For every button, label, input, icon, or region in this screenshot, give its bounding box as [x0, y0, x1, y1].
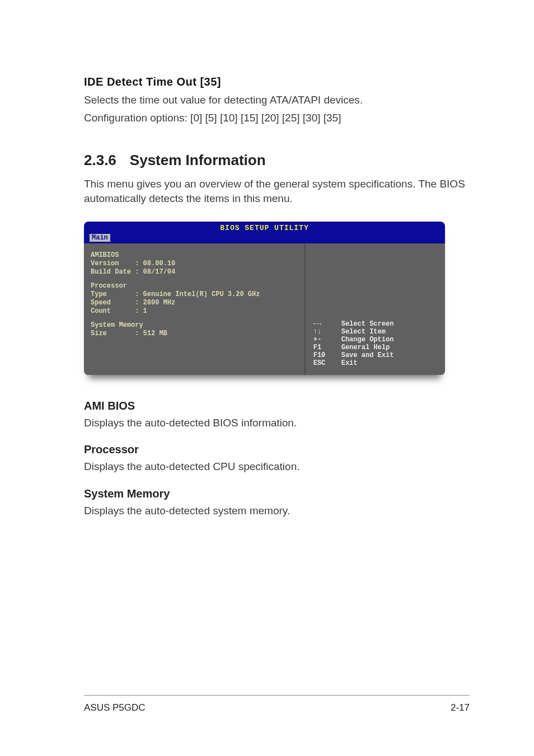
processor-count: Count : 1 [91, 307, 299, 316]
nav-key-f10: F10 [313, 351, 336, 359]
page-footer: ASUS P5GDC 2-17 [84, 695, 470, 713]
nav-label-select-item: Select Item [341, 328, 386, 336]
bios-version: Version : 08.00.10 [91, 260, 299, 268]
system-information-heading: 2.3.6 System Information [84, 152, 470, 169]
ami-bios-heading: AMI BIOS [84, 400, 470, 412]
bios-build-date: Build Date : 08/17/04 [91, 268, 299, 276]
ide-detect-text-2: Configuration options: [0] [5] [10] [15]… [84, 111, 470, 125]
nav-label-select-screen: Select Screen [341, 320, 394, 328]
processor-heading: Processor [84, 443, 470, 456]
bios-left-panel: AMIBIOS Version : 08.00.10 Build Date : … [84, 243, 305, 375]
section-title: System Information [130, 152, 266, 169]
nav-key-f1: F1 [313, 344, 336, 351]
bios-screenshot: BIOS SETUP UTILITY Main AMIBIOS Version … [84, 222, 445, 375]
footer-page-number: 2-17 [451, 702, 470, 713]
ide-detect-text-1: Selects the time out value for detecting… [84, 93, 470, 107]
bios-nav-help: ←→Select Screen ↑↓Select Item +-Change O… [313, 320, 439, 367]
bios-tab-main: Main [90, 234, 110, 242]
amibios-label: AMIBIOS [91, 251, 299, 260]
system-memory-text: Displays the auto-detected system memory… [84, 504, 470, 518]
ami-bios-text: Displays the auto-detected BIOS informat… [84, 416, 470, 430]
processor-speed: Speed : 2800 MHz [91, 299, 299, 307]
footer-model: ASUS P5GDC [84, 702, 146, 713]
bios-right-panel: ←→Select Screen ↑↓Select Item +-Change O… [305, 243, 445, 375]
system-memory-heading: System Memory [84, 487, 470, 500]
ide-detect-heading: IDE Detect Time Out [35] [84, 76, 470, 88]
processor-type: Type : Genuine Intel(R) CPU 3.20 GHz [91, 290, 299, 299]
nav-label-general-help: General Help [341, 344, 390, 351]
nav-key-ud: ↑↓ [313, 328, 336, 336]
nav-label-exit: Exit [341, 359, 358, 367]
bios-header: BIOS SETUP UTILITY [84, 222, 445, 232]
processor-text: Displays the auto-detected CPU specifica… [84, 459, 470, 474]
system-memory-label: System Memory [91, 321, 299, 330]
nav-key-pm: +- [313, 336, 336, 344]
system-information-intro: This menu gives you an overview of the g… [84, 177, 470, 205]
nav-key-esc: ESC [313, 359, 336, 367]
processor-label: Processor [91, 282, 299, 290]
nav-label-change-option: Change Option [341, 336, 394, 344]
system-memory-size: Size : 512 MB [91, 330, 299, 338]
nav-label-save-exit: Save and Exit [341, 351, 394, 359]
section-number: 2.3.6 [84, 152, 116, 169]
nav-key-lr: ←→ [313, 320, 336, 328]
